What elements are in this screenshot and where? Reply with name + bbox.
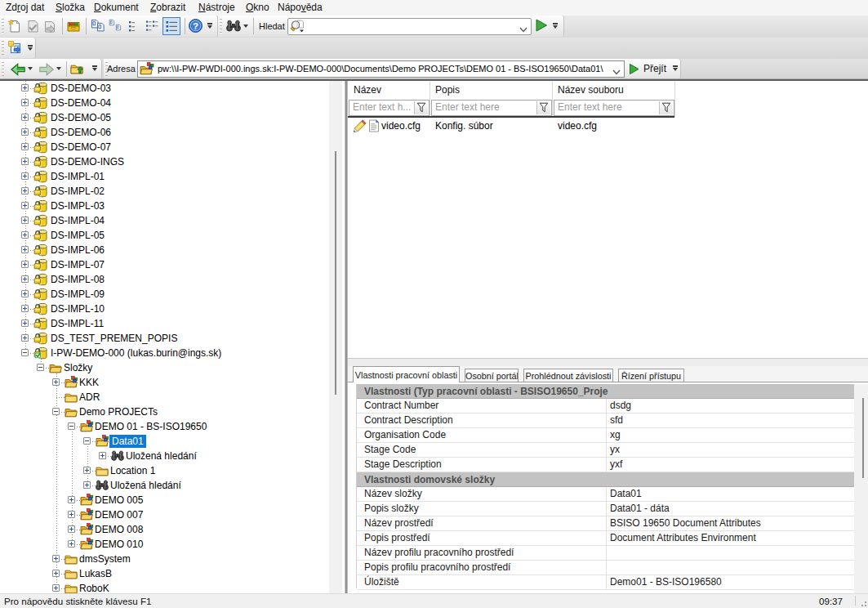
svg-text:?: ? [193,21,198,31]
